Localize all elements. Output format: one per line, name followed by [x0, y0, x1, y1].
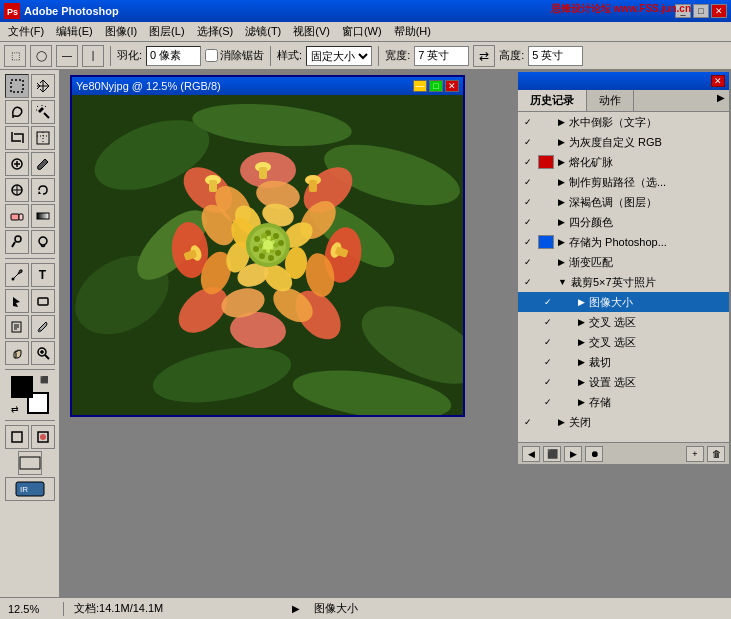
lasso-tool[interactable] [5, 100, 29, 124]
selection-single-col-btn[interactable]: | [82, 45, 104, 67]
status-arrow-btn[interactable]: ▶ [288, 601, 304, 617]
screen-mode-standard[interactable] [18, 451, 42, 475]
dodge-tool[interactable] [5, 230, 29, 254]
path-select-tool[interactable] [5, 289, 29, 313]
close-button[interactable]: ✕ [711, 4, 727, 18]
history-item-13[interactable]: ✓ ▶ 裁切 [518, 352, 729, 372]
pen-tool[interactable] [5, 263, 29, 287]
menu-help[interactable]: 帮助(H) [388, 22, 437, 41]
history-item-12[interactable]: ✓ ▶ 交叉 选区 [518, 332, 729, 352]
magic-wand-tool[interactable] [31, 100, 55, 124]
history-item-8[interactable]: ✓ ▶ 渐变匹配 [518, 252, 729, 272]
shape-tool[interactable] [31, 289, 55, 313]
history-item-14[interactable]: ✓ ▶ 设置 选区 [518, 372, 729, 392]
svg-point-82 [268, 255, 274, 261]
feather-input[interactable] [146, 46, 201, 66]
panel-menu-btn[interactable]: ▶ [713, 90, 729, 111]
eyedropper-tool[interactable] [31, 315, 55, 339]
panel-back-btn[interactable]: ◀ [522, 446, 540, 462]
tab-history[interactable]: 历史记录 [518, 90, 587, 111]
panel-record-btn[interactable]: ⏺ [585, 446, 603, 462]
history-item-4[interactable]: ✓ ▶ 制作剪贴路径（选... [518, 172, 729, 192]
menu-window[interactable]: 窗口(W) [336, 22, 388, 41]
icon-11 [558, 315, 574, 329]
image-minimize-btn[interactable]: — [413, 80, 427, 92]
history-item-5[interactable]: ✓ ▶ 深褐色调（图层） [518, 192, 729, 212]
color-picker[interactable]: ⇄ ⬛ [11, 376, 49, 414]
icon-5 [538, 195, 554, 209]
image-maximize-btn[interactable]: □ [429, 80, 443, 92]
history-item-group[interactable]: ✓ ▼ 裁剪5×7英寸照片 [518, 272, 729, 292]
panel-delete-btn[interactable]: 🗑 [707, 446, 725, 462]
foreground-color[interactable] [11, 376, 33, 398]
history-brush-tool[interactable] [31, 178, 55, 202]
style-select[interactable]: 固定大小 正常 固定比例 [306, 46, 372, 66]
text-11: 交叉 选区 [589, 315, 725, 330]
history-item-15[interactable]: ✓ ▶ 存储 [518, 392, 729, 412]
panel-new-btn[interactable]: + [686, 446, 704, 462]
app-icon: Ps [4, 3, 20, 19]
anti-alias-check[interactable] [205, 49, 218, 62]
svg-point-30 [38, 329, 41, 332]
screen-mode-row [18, 451, 42, 475]
marquee-tool[interactable] [5, 74, 29, 98]
menu-file[interactable]: 文件(F) [2, 22, 50, 41]
brush-tool[interactable] [31, 152, 55, 176]
move-tool[interactable] [31, 74, 55, 98]
width-input[interactable] [414, 46, 469, 66]
menu-view[interactable]: 视图(V) [287, 22, 336, 41]
history-item-11[interactable]: ✓ ▶ 交叉 选区 [518, 312, 729, 332]
tool-row-2 [5, 100, 55, 124]
tab-actions[interactable]: 动作 [587, 90, 634, 111]
gradient-tool[interactable] [31, 204, 55, 228]
tool-sep-2 [5, 369, 55, 370]
menu-filter[interactable]: 滤镜(T) [239, 22, 287, 41]
eraser-tool[interactable] [5, 204, 29, 228]
menu-select[interactable]: 选择(S) [191, 22, 240, 41]
history-item-1[interactable]: ✓ ▶ 水中倒影（文字） [518, 112, 729, 132]
check-3: ✓ [522, 156, 534, 168]
svg-point-80 [278, 240, 284, 246]
history-item-3[interactable]: ✓ ▶ 熔化矿脉 [518, 152, 729, 172]
svg-rect-2 [11, 80, 23, 92]
menu-layer[interactable]: 图层(L) [143, 22, 190, 41]
tool-row-3 [5, 126, 55, 150]
standard-mode-btn[interactable] [5, 425, 29, 449]
check-2: ✓ [522, 136, 534, 148]
check-group: ✓ [522, 276, 534, 288]
svg-point-85 [254, 236, 260, 242]
height-input[interactable] [528, 46, 583, 66]
selection-rect-btn[interactable]: ⬚ [4, 45, 26, 67]
history-item-10[interactable]: ✓ ▶ 图像大小 [518, 292, 729, 312]
panel-close-btn[interactable]: ✕ [711, 75, 725, 87]
crop-tool[interactable] [5, 126, 29, 150]
clone-tool[interactable] [5, 178, 29, 202]
type-tool[interactable]: T [31, 263, 55, 287]
maximize-button[interactable]: □ [693, 4, 709, 18]
hand-tool[interactable] [5, 341, 29, 365]
jump-imageready-btn[interactable]: IR [5, 477, 55, 501]
menu-edit[interactable]: 编辑(E) [50, 22, 99, 41]
heal-tool[interactable] [5, 152, 29, 176]
image-close-btn[interactable]: ✕ [445, 80, 459, 92]
blur-tool[interactable] [31, 230, 55, 254]
panel-play-btn[interactable]: ▶ [564, 446, 582, 462]
history-item-7[interactable]: ✓ ▶ 存储为 Photoshop... [518, 232, 729, 252]
image-window: Ye80Nyjpg @ 12.5% (RGB/8) — □ ✕ [70, 75, 465, 417]
history-item-6[interactable]: ✓ ▶ 四分颜色 [518, 212, 729, 232]
anti-alias-checkbox[interactable]: 消除锯齿 [205, 48, 264, 63]
selection-single-row-btn[interactable]: — [56, 45, 78, 67]
menu-image[interactable]: 图像(I) [99, 22, 143, 41]
panel-stop-btn[interactable]: ⬛ [543, 446, 561, 462]
slice-tool[interactable] [31, 126, 55, 150]
default-colors[interactable]: ⬛ [40, 376, 49, 384]
swap-colors[interactable]: ⇄ [11, 404, 19, 414]
icon-6 [538, 215, 554, 229]
zoom-tool[interactable] [31, 341, 55, 365]
selection-ellipse-btn[interactable]: ◯ [30, 45, 52, 67]
history-item-2[interactable]: ✓ ▶ 为灰度自定义 RGB [518, 132, 729, 152]
history-item-16[interactable]: ✓ ▶ 关闭 [518, 412, 729, 432]
swap-dimensions-btn[interactable]: ⇄ [473, 45, 495, 67]
notes-tool[interactable] [5, 315, 29, 339]
quick-mask-btn[interactable] [31, 425, 55, 449]
